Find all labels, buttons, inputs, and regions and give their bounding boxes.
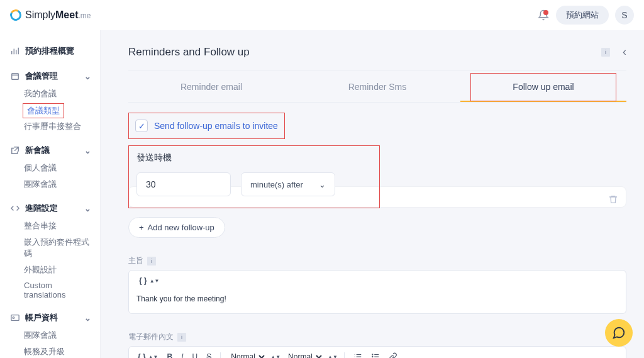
sidebar-item-meetings[interactable]: 會議管理 ⌄	[8, 67, 94, 86]
page-title: Reminders and Follow up	[128, 46, 250, 59]
checkbox-label: Send follow-up emails to invitee	[154, 121, 278, 131]
brand-text: SimplyMeet.me	[25, 9, 91, 21]
sidebar-label: 新會議	[25, 145, 50, 156]
sidebar-sub-meeting-types[interactable]: 會議類型	[23, 103, 64, 118]
chevron-down-icon: ⌄	[84, 204, 91, 213]
collapse-chevron-icon[interactable]: ‹	[623, 45, 626, 59]
notification-badge-icon	[543, 10, 548, 15]
svg-rect-0	[12, 74, 19, 80]
insert-variable-button[interactable]: { } ▲▼	[136, 276, 162, 286]
chevron-down-icon: ⌄	[84, 313, 91, 323]
body-editor[interactable]: { }▲▼ B I U S Normal▲▼ Normal▲▼ Dear {{r…	[128, 346, 626, 358]
checkbox-checked-icon[interactable]: ✓	[135, 120, 148, 132]
timing-box: 發送時機 minute(s) after ⌄	[128, 145, 380, 208]
info-icon[interactable]: i	[147, 257, 156, 266]
timing-label: 發送時機	[136, 152, 372, 164]
tab-followup-email[interactable]: Follow up email	[460, 73, 626, 102]
user-avatar[interactable]: S	[615, 6, 634, 25]
svg-point-3	[372, 354, 373, 355]
sidebar-sub-integrations[interactable]: 整合串接	[8, 218, 94, 234]
info-icon[interactable]: i	[601, 48, 610, 57]
sidebar-item-account[interactable]: 帳戶資料 ⌄	[8, 308, 94, 327]
heading-select[interactable]: Normal	[227, 352, 267, 358]
subject-label: 主旨 i	[128, 255, 626, 266]
sidebar-label: 進階設定	[25, 203, 58, 214]
sidebar-sub-account-team[interactable]: 團隊會議	[8, 327, 94, 344]
underline-button[interactable]: U	[190, 352, 201, 358]
italic-button[interactable]: I	[179, 352, 186, 358]
insert-variable-button[interactable]: { }▲▼	[135, 352, 161, 358]
sidebar-item-advanced[interactable]: 進階設定 ⌄	[8, 199, 94, 218]
sidebar-sub-billing[interactable]: 帳務及升級	[8, 344, 94, 358]
link-button[interactable]	[386, 352, 400, 358]
subject-value[interactable]: Thank you for the meeting!	[129, 291, 626, 313]
sidebar-label: 預約排程概覽	[25, 45, 74, 57]
add-followup-button[interactable]: + Add new follow-up	[128, 217, 225, 238]
chevron-down-icon: ⌄	[84, 146, 91, 155]
id-card-icon	[10, 313, 20, 323]
bar-chart-icon	[10, 46, 20, 56]
sidebar-item-overview[interactable]: 預約排程概覽	[8, 42, 94, 60]
app-header: SimplyMeet.me 預約網站 S	[0, 0, 644, 30]
sidebar-sub-translations[interactable]: Custom translations	[8, 278, 94, 302]
tab-reminder-sms[interactable]: Reminder Sms	[294, 73, 460, 102]
tabs: Reminder email Reminder Sms Follow up em…	[128, 73, 626, 103]
chat-support-button[interactable]	[605, 319, 633, 347]
strike-button[interactable]: S	[204, 352, 214, 358]
sidebar-sub-calendar[interactable]: 行事曆串接整合	[8, 118, 94, 135]
svg-point-2	[13, 317, 14, 319]
calendar-icon	[10, 71, 20, 81]
sidebar-label: 會議管理	[25, 70, 58, 82]
booking-site-button[interactable]: 預約網站	[556, 6, 609, 25]
chevron-down-icon: ⌄	[84, 72, 91, 81]
code-icon	[10, 203, 20, 213]
subject-editor[interactable]: { } ▲▼ Thank you for the meeting!	[128, 270, 626, 314]
delete-followup-button[interactable]	[608, 194, 618, 206]
timing-number-input[interactable]	[136, 172, 231, 196]
header-actions: 預約網站 S	[537, 6, 634, 25]
send-followup-checkbox-row[interactable]: ✓ Send follow-up emails to invitee	[128, 113, 285, 139]
sidebar-label: 帳戶資料	[25, 312, 58, 323]
main-panel: Reminders and Follow up i ‹ Reminder ema…	[111, 30, 644, 358]
sidebar-sub-appearance[interactable]: 外觀設計	[8, 262, 94, 278]
sidebar: 預約排程概覽 會議管理 ⌄ 我的會議 會議類型 行事曆串接整合 新會議 ⌄ 個人…	[0, 30, 101, 358]
sidebar-sub-embed[interactable]: 嵌入預約套件程式碼	[8, 234, 94, 262]
svg-point-4	[372, 356, 373, 357]
logo-ring-icon	[9, 8, 23, 22]
ordered-list-button[interactable]	[351, 352, 365, 358]
timing-unit-select[interactable]: minute(s) after ⌄	[241, 172, 335, 196]
notifications-bell[interactable]	[537, 9, 550, 21]
chevron-down-icon: ⌄	[319, 180, 326, 189]
sidebar-sub-my-meetings[interactable]: 我的會議	[8, 86, 94, 102]
body-label: 電子郵件內文 i	[128, 332, 626, 342]
tab-reminder-email[interactable]: Reminder email	[128, 73, 294, 102]
sidebar-sub-personal[interactable]: 個人會議	[8, 160, 94, 176]
info-icon[interactable]: i	[177, 333, 186, 342]
plus-icon: +	[139, 223, 144, 232]
size-select[interactable]: Normal	[284, 352, 324, 358]
sidebar-item-new-meeting[interactable]: 新會議 ⌄	[8, 141, 94, 160]
brand-logo[interactable]: SimplyMeet.me	[10, 9, 91, 21]
bold-button[interactable]: B	[165, 352, 175, 358]
bullet-list-button[interactable]	[369, 352, 382, 358]
external-icon	[10, 145, 20, 155]
sidebar-sub-team[interactable]: 團隊會議	[8, 176, 94, 193]
